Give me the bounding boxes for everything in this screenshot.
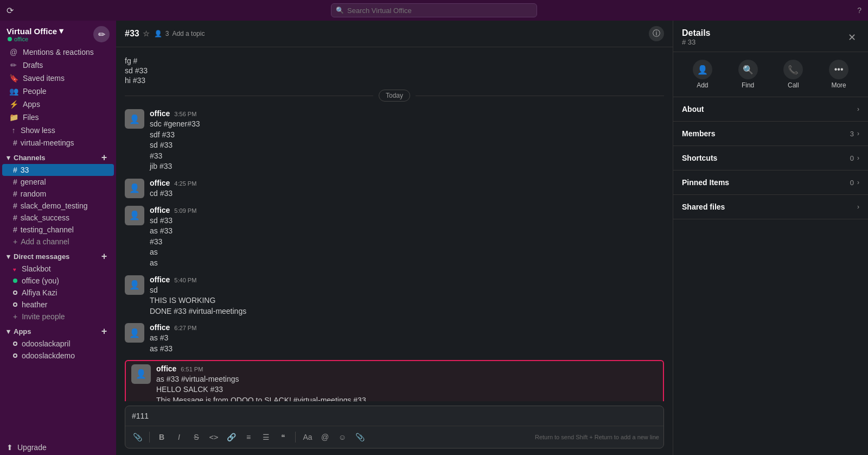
sidebar-item-virtual-meetings[interactable]: # virtual-meetings: [2, 137, 114, 149]
message-text: as #33: [150, 344, 664, 355]
more-icon: •••: [829, 60, 848, 79]
message-plain: fg #: [116, 56, 673, 66]
search-input[interactable]: [347, 7, 532, 15]
avatar: 👤: [125, 275, 144, 295]
avatar: 👤: [125, 206, 144, 225]
detail-action-more[interactable]: ••• More: [829, 60, 848, 89]
sidebar-item-channel-random[interactable]: # random: [2, 188, 114, 200]
hash-icon: #: [13, 178, 17, 186]
add-channel-icon[interactable]: +: [99, 152, 110, 163]
help-icon[interactable]: ?: [857, 6, 861, 15]
call-icon: 📞: [783, 60, 803, 79]
channels-section-header[interactable]: ▾ Channels +: [0, 149, 116, 164]
channel-panel: #33 ☆ 👤 3 Add a topic ⓘ fg # sd #33 hi #…: [116, 21, 673, 455]
sidebar-item-channel-testing-channel[interactable]: # testing_channel: [2, 224, 114, 236]
plus-icon: +: [13, 312, 17, 321]
sidebar-item-add-channel[interactable]: + Add a channel: [2, 236, 114, 248]
sidebar-item-channel-33[interactable]: # 33: [2, 164, 114, 176]
apps-section-header[interactable]: ▾ Apps +: [0, 323, 116, 338]
presence-icon: [13, 279, 17, 283]
sidebar-item-invite-people[interactable]: + Invite people: [2, 311, 114, 323]
details-section-about[interactable]: About ›: [673, 97, 868, 122]
sidebar-item-heather[interactable]: heather: [2, 299, 114, 311]
close-button[interactable]: ✕: [844, 30, 859, 45]
ordered-list-button[interactable]: ≡: [241, 429, 256, 445]
add-apps-icon[interactable]: +: [99, 326, 110, 337]
link-button[interactable]: 🔗: [224, 429, 239, 445]
invite-label: Invite people: [22, 312, 65, 321]
hash-icon: #: [13, 225, 17, 234]
strikethrough-button[interactable]: S: [189, 429, 204, 445]
bold-button[interactable]: B: [154, 429, 169, 445]
attach-button[interactable]: 📎: [130, 429, 145, 445]
toolbar-divider: [295, 432, 296, 443]
message-text: DONE #33 #virtual-meetings: [150, 306, 664, 317]
hash-icon: #: [13, 166, 17, 174]
members-right: 3 ›: [850, 130, 859, 138]
avatar: 👤: [131, 364, 151, 384]
pinned-label: Pinned Items: [682, 178, 729, 187]
details-section-shortcuts[interactable]: Shortcuts 0 ›: [673, 146, 868, 170]
mention-button[interactable]: @: [317, 429, 333, 445]
apps-icon: ⚡: [9, 100, 18, 109]
sidebar-item-odooslackdemo[interactable]: odooslackdemo: [2, 350, 114, 362]
message-text: sdf #33: [150, 130, 664, 141]
details-section-pinned[interactable]: Pinned Items 0 ›: [673, 170, 868, 195]
sidebar-item-people[interactable]: 👥 People: [2, 85, 114, 98]
add-topic-label[interactable]: Add a topic: [172, 30, 205, 37]
add-dm-icon[interactable]: +: [99, 251, 110, 262]
detail-action-call[interactable]: 📞 Call: [783, 60, 803, 89]
channel-name: general: [21, 178, 46, 186]
message-time: 3:56 PM: [174, 111, 196, 117]
info-button[interactable]: ⓘ: [649, 26, 664, 41]
detail-action-add[interactable]: 👤 Add: [693, 60, 712, 89]
workspace-header[interactable]: Virtual Office ▾ office ✏: [0, 21, 116, 46]
hash-icon: #: [13, 189, 17, 198]
emoji-button[interactable]: ☺: [335, 429, 350, 445]
sidebar-item-slackbot[interactable]: ♥ Slackbot: [2, 263, 114, 275]
search-bar[interactable]: 🔍: [331, 3, 537, 17]
italic-button[interactable]: I: [171, 429, 187, 445]
date-divider: Today: [116, 85, 673, 106]
sidebar-item-odooslackapril[interactable]: odooslackapril: [2, 338, 114, 350]
sidebar-item-apps[interactable]: ⚡ Apps: [2, 98, 114, 111]
sidebar-item-drafts[interactable]: ✏ Drafts: [2, 59, 114, 72]
compose-button[interactable]: ✏: [93, 26, 110, 42]
details-section-members[interactable]: Members 3 ›: [673, 122, 868, 146]
sidebar-item-saved[interactable]: 🔖 Saved items: [2, 72, 114, 85]
message-text: This Message is from ODOO to SLACK! #vir…: [156, 395, 658, 401]
details-section-shared-files[interactable]: Shared files ›: [673, 195, 868, 219]
sidebar-item-channel-general[interactable]: # general: [2, 176, 114, 188]
details-actions: 👤 Add 🔍 Find 📞 Call ••• More: [673, 52, 868, 97]
channel-title: #33 ☆: [125, 29, 150, 39]
code-button[interactable]: <>: [206, 429, 221, 445]
message-author: office: [156, 364, 176, 373]
upgrade-button[interactable]: ⬆ Upgrade: [0, 440, 116, 455]
block-button[interactable]: ❝: [276, 429, 291, 445]
history-icon[interactable]: ⟳: [7, 5, 14, 16]
details-header: Details # 33 ✕: [673, 21, 868, 52]
hash-icon: #: [13, 138, 17, 147]
message-input-text[interactable]: #111: [125, 406, 663, 426]
members-label: Members: [682, 129, 715, 138]
sidebar-item-channel-slack-demo-testing[interactable]: # slack_demo_testing: [2, 200, 114, 212]
message-meta: office 4:25 PM: [150, 179, 664, 187]
sidebar-item-show-less[interactable]: ↑ Show less: [2, 124, 114, 137]
shared-files-label: Shared files: [682, 203, 725, 211]
pinned-right: 0 ›: [850, 179, 859, 187]
sidebar-item-alfiya[interactable]: Alfiya Kazi: [2, 287, 114, 299]
dm-section-header[interactable]: ▾ Direct messages +: [0, 248, 116, 263]
detail-action-find[interactable]: 🔍 Find: [738, 60, 758, 89]
sidebar-item-mentions[interactable]: @ Mentions & reactions: [2, 46, 114, 59]
message-text: #33: [150, 237, 664, 248]
add-action-label: Add: [697, 81, 708, 89]
attachment-button[interactable]: 📎: [352, 429, 367, 445]
format-button[interactable]: Aa: [300, 429, 315, 445]
sidebar-item-office[interactable]: office (you): [2, 275, 114, 287]
top-bar: ⟳ 🔍 ?: [0, 0, 868, 21]
bullet-list-button[interactable]: ☰: [258, 429, 273, 445]
channel-star-icon[interactable]: ☆: [143, 29, 150, 38]
add-channel-label: Add a channel: [21, 237, 69, 246]
sidebar-item-files[interactable]: 📁 Files: [2, 111, 114, 124]
sidebar-item-channel-slack-success[interactable]: # slack_success: [2, 212, 114, 224]
